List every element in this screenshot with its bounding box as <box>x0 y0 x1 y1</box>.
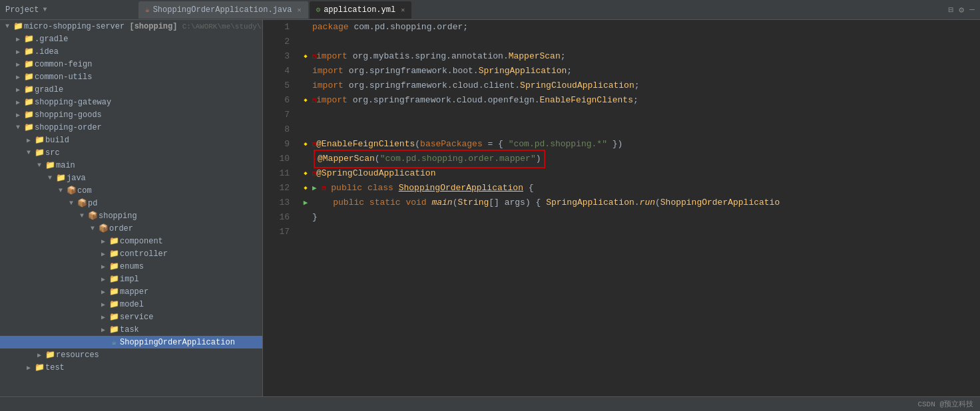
tree-item-component[interactable]: ▶ 📁 component <box>0 235 262 247</box>
minimize-icon[interactable]: — <box>969 5 975 15</box>
tree-item-label: gradle <box>35 85 63 94</box>
folder-icon: 📁 <box>108 249 120 259</box>
tree-item-label: build <box>45 136 69 145</box>
tree-item-test[interactable]: ▶ 📁 test <box>0 361 262 374</box>
bookmark-icon-9: ◆ <box>304 137 307 152</box>
tree-item-gradle2[interactable]: ▶ 📁 gradle <box>0 83 262 96</box>
tree-item-shopping[interactable]: ▼ 📦 shopping <box>0 209 262 222</box>
run-icon-12[interactable]: ▶ <box>312 184 317 192</box>
collapse-arrow[interactable]: ▶ <box>99 313 108 321</box>
status-bar: CSDN @预立科技 <box>0 396 980 411</box>
tree-item-java[interactable]: ▼ 📁 java <box>0 172 262 184</box>
collapse-arrow[interactable]: ▶ <box>99 326 108 334</box>
collapse-arrow[interactable]: ▶ <box>24 136 33 144</box>
tree-item-impl[interactable]: ▶ 📁 impl <box>0 273 262 285</box>
line-num-2: 2 <box>263 35 290 49</box>
split-icon[interactable]: ⊟ <box>949 5 954 15</box>
folder-icon: 📁 <box>108 236 120 246</box>
line-num-1: 1 <box>263 20 290 35</box>
tree-item-src[interactable]: ▼ 📁 src <box>0 146 262 159</box>
tree-item-com[interactable]: ▼ 📦 com <box>0 184 262 197</box>
tree-item-enums[interactable]: ▶ 📁 enums <box>0 260 262 273</box>
code-text-13: public static void main(String[] args) {… <box>312 196 780 210</box>
collapse-arrow[interactable]: ▶ <box>99 250 108 258</box>
tree-item-label: order <box>109 224 133 233</box>
tree-item-label: impl <box>120 275 139 284</box>
tree-item-model[interactable]: ▶ 📁 model <box>0 298 262 311</box>
code-line-4: import org.springframework.boot.SpringAp… <box>299 64 980 78</box>
tree-item-build[interactable]: ▶ 📁 build <box>0 134 262 146</box>
code-content[interactable]: package com.pd.shopping.order; ◆ ⊟import… <box>296 20 980 396</box>
collapse-arrow[interactable]: ▶ <box>24 364 33 372</box>
tab-yml-close[interactable]: ✕ <box>401 6 405 14</box>
tree-item-task[interactable]: ▶ 📁 task <box>0 323 262 336</box>
collapse-arrow[interactable]: ▶ <box>13 48 23 56</box>
tree-item-resources[interactable]: ▶ 📁 resources <box>0 348 262 361</box>
code-line-1: package com.pd.shopping.order; <box>299 20 980 35</box>
tree-item-label: model <box>120 300 144 309</box>
java-icon: ☕ <box>145 5 150 14</box>
gutter-9: ◆ <box>299 137 312 152</box>
line-num-11: 11 <box>263 166 290 181</box>
collapse-arrow[interactable]: ▶ <box>99 301 108 309</box>
folder-icon: 📁 <box>23 34 35 44</box>
collapse-arrow[interactable]: ▼ <box>35 162 44 169</box>
project-label[interactable]: Project <box>5 5 39 15</box>
chevron-down-icon[interactable]: ▼ <box>43 6 47 13</box>
collapse-arrow[interactable]: ▶ <box>13 98 23 106</box>
tree-item-controller[interactable]: ▶ 📁 controller <box>0 247 262 260</box>
collapse-arrow[interactable]: ▶ <box>13 86 23 94</box>
tree-item-label: test <box>45 363 65 372</box>
tree-item-label: common-feign <box>35 60 92 69</box>
folder-icon: 📁 <box>108 287 120 297</box>
collapse-arrow[interactable]: ▼ <box>77 212 87 219</box>
line-num-17: 17 <box>263 225 290 239</box>
run-icon-13[interactable]: ▶ <box>304 196 308 210</box>
collapse-arrow[interactable]: ▶ <box>99 288 108 296</box>
collapse-arrow[interactable]: ▼ <box>56 187 65 194</box>
tree-item-common-utils[interactable]: ▶ 📁 common-utils <box>0 70 262 83</box>
code-text-1: package com.pd.shopping.order; <box>312 20 468 35</box>
code-line-8 <box>299 122 980 137</box>
collapse-arrow[interactable]: ▼ <box>13 124 23 131</box>
code-line-6: ◆ ⊟import org.springframework.cloud.open… <box>299 93 980 108</box>
collapse-arrow[interactable]: ▼ <box>3 23 12 30</box>
tree-item-mapper[interactable]: ▶ 📁 mapper <box>0 285 262 298</box>
collapse-arrow[interactable]: ▼ <box>67 200 76 207</box>
line-num-3: 3 <box>263 49 290 64</box>
tree-item-shopping-goods[interactable]: ▶ 📁 shopping-goods <box>0 108 262 121</box>
collapse-arrow[interactable]: ▼ <box>24 149 33 156</box>
gutter-13: ▶ <box>299 196 312 210</box>
tree-item-idea[interactable]: ▶ 📁 .idea <box>0 45 262 58</box>
tree-item-main[interactable]: ▼ 📁 main <box>0 159 262 172</box>
folder-icon: 📁 <box>33 148 45 158</box>
tab-java-close[interactable]: ✕ <box>297 6 301 14</box>
collapse-arrow[interactable]: ▶ <box>13 73 23 81</box>
settings-icon[interactable]: ⚙ <box>959 5 964 15</box>
tree-item-service[interactable]: ▶ 📁 service <box>0 311 262 323</box>
tab-java[interactable]: ☕ ShoppingOrderApplication.java ✕ <box>138 1 308 19</box>
collapse-arrow[interactable]: ▶ <box>99 237 108 245</box>
tree-item-root[interactable]: ▼ 📁 micro-shopping-server [shopping] C:\… <box>0 20 262 33</box>
code-line-17 <box>299 225 980 239</box>
tree-item-gradle[interactable]: ▶ 📁 .gradle <box>0 33 262 45</box>
code-text-16: } <box>312 210 318 225</box>
collapse-arrow[interactable]: ▶ <box>13 35 23 43</box>
tree-item-pd[interactable]: ▼ 📦 pd <box>0 197 262 209</box>
tree-item-shopping-order-application[interactable]: ☕ ShoppingOrderApplication <box>0 336 262 348</box>
collapse-arrow[interactable]: ▼ <box>45 174 55 182</box>
collapse-arrow[interactable]: ▶ <box>13 61 23 68</box>
package-icon: 📦 <box>97 223 109 233</box>
folder-icon: 📁 <box>33 362 45 372</box>
tree-item-order[interactable]: ▼ 📦 order <box>0 222 262 235</box>
tree-item-common-feign[interactable]: ▶ 📁 common-feign <box>0 58 262 70</box>
tree-item-shopping-gateway[interactable]: ▶ 📁 shopping-gateway <box>0 96 262 108</box>
line-num-4: 4 <box>263 64 290 78</box>
tab-yml[interactable]: ⚙ application.yml ✕ <box>310 1 412 19</box>
tree-item-shopping-order[interactable]: ▼ 📁 shopping-order <box>0 121 262 134</box>
collapse-arrow[interactable]: ▶ <box>13 111 23 119</box>
collapse-arrow[interactable]: ▶ <box>99 275 108 283</box>
collapse-arrow[interactable]: ▶ <box>35 351 44 359</box>
collapse-arrow[interactable]: ▼ <box>88 225 97 232</box>
collapse-arrow[interactable]: ▶ <box>99 263 108 271</box>
